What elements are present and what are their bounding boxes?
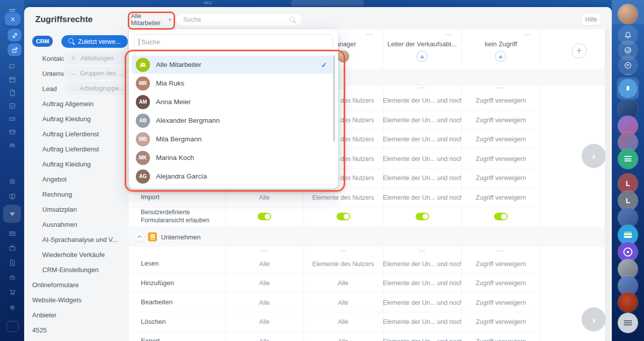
menu-item[interactable]: Website-Widgets: [24, 292, 129, 307]
permission-value[interactable]: Zugriff verweigern: [476, 194, 526, 202]
column-menu-icon[interactable]: •••: [524, 32, 531, 37]
permission-value[interactable]: Elemente der Un... und noch 2: [383, 318, 461, 326]
whiteboard-icon[interactable]: [6, 190, 19, 203]
contact-card-icon[interactable]: [6, 227, 19, 240]
list-item-employee[interactable]: MB Mila Bergmann: [129, 130, 338, 148]
tasks-icon[interactable]: [6, 99, 19, 112]
menu-item[interactable]: Rechnung: [24, 187, 129, 202]
chat-avatar[interactable]: [618, 292, 638, 312]
list-item-employee[interactable]: AG Alejandra García: [129, 167, 338, 186]
permission-value[interactable]: Zugriff verweigern: [476, 136, 526, 143]
permission-value[interactable]: Elemente des Nutzers: [312, 194, 374, 202]
vertical-scrollbar[interactable]: [605, 29, 610, 341]
toggle-on[interactable]: [494, 213, 508, 220]
dropdown-search-input[interactable]: [140, 38, 328, 46]
permission-value[interactable]: Alle: [259, 299, 270, 307]
permission-value[interactable]: Elemente der Un... und noch 2: [383, 117, 461, 124]
column-dots-icon[interactable]: •••: [303, 248, 383, 253]
open-in-new-button[interactable]: [8, 43, 22, 56]
mail-icon[interactable]: [6, 125, 19, 138]
column-header-no-access[interactable]: kein Zugriff: [461, 40, 540, 48]
menu-item[interactable]: 4525: [24, 322, 129, 337]
next-page-chevron[interactable]: ›: [582, 144, 606, 168]
add-member-button[interactable]: +: [417, 51, 428, 62]
permission-value[interactable]: Alle: [259, 338, 270, 341]
menu-item[interactable]: Wiederholte Verkäufe: [24, 247, 129, 262]
column-menu-icon[interactable]: •••: [445, 32, 452, 37]
menu-item[interactable]: Auftrag Kleidung: [24, 156, 129, 172]
column-dots-icon[interactable]: •••: [225, 248, 303, 253]
link-button[interactable]: [8, 29, 22, 42]
collapse-chevron-icon[interactable]: [135, 232, 144, 241]
permission-value[interactable]: Elemente der Un... und noch 2: [383, 338, 461, 341]
chat-icon[interactable]: [6, 60, 19, 73]
permission-value[interactable]: Elemente der Un... und noch 2: [383, 175, 461, 182]
list-item-employee[interactable]: AM Anna Meier: [129, 93, 338, 111]
help-button[interactable]: Hilfe: [582, 14, 601, 25]
rail-menu-button[interactable]: [618, 313, 638, 333]
permission-value[interactable]: Elemente der Un... und noch 2: [383, 194, 461, 202]
bookmark-button-active[interactable]: [617, 77, 639, 100]
recently-used-button[interactable]: Zuletzt verwe...: [61, 35, 128, 48]
list-item-employee[interactable]: AB Alexander Bergmann: [129, 111, 338, 130]
permission-value[interactable]: Elemente der Un... und noch 2: [383, 155, 461, 163]
menu-item[interactable]: Onlineformulare: [24, 277, 129, 292]
chat-avatar-news[interactable]: [618, 149, 638, 169]
column-dots-icon[interactable]: •••: [383, 248, 461, 253]
menu-item[interactable]: Ausnahmen: [24, 217, 129, 232]
next-page-chevron[interactable]: ›: [582, 307, 606, 331]
permission-value[interactable]: Zugriff verweigern: [476, 155, 526, 163]
permission-value[interactable]: Zugriff verweigern: [476, 97, 526, 105]
permission-value[interactable]: Elemente der Un... und noch 2: [383, 136, 461, 143]
menu-item[interactable]: Angebot: [24, 172, 129, 187]
menu-item[interactable]: Auftrag Kleidung: [24, 111, 129, 126]
permission-value[interactable]: Zugriff verweigern: [476, 117, 526, 124]
menu-item[interactable]: Auftrag Allgemein: [24, 96, 129, 111]
briefcase-icon[interactable]: [6, 241, 19, 254]
column-dots-icon[interactable]: •••: [383, 86, 461, 91]
toggle-on[interactable]: [416, 213, 429, 220]
permission-value[interactable]: Zugriff verweigern: [476, 261, 526, 268]
permission-value[interactable]: Alle: [338, 299, 349, 307]
automation-icon[interactable]: [6, 175, 19, 188]
scope-selector-button[interactable]: Alle Mitarbeiter ▾: [131, 14, 171, 25]
manager-avatar[interactable]: [337, 50, 349, 62]
more-apps-icon[interactable]: [7, 321, 19, 332]
menu-item[interactable]: CRM-Einstellungen: [24, 262, 129, 277]
toggle-on[interactable]: [337, 213, 350, 220]
permission-value[interactable]: Zugriff verweigern: [476, 318, 526, 326]
column-menu-icon[interactable]: •••: [366, 32, 373, 37]
settings-gear-icon[interactable]: [6, 301, 19, 314]
menu-item[interactable]: AI-Sprachanalyse und V...: [24, 232, 129, 247]
menu-item[interactable]: Umsatzplan: [24, 202, 129, 217]
header-search-input[interactable]: [182, 16, 289, 24]
permission-value[interactable]: Alle: [259, 194, 270, 202]
permission-value[interactable]: Alle: [259, 261, 270, 268]
permission-value[interactable]: Alle: [338, 318, 349, 326]
drive-icon[interactable]: [6, 112, 19, 125]
permission-value[interactable]: Alle: [338, 338, 349, 341]
close-button[interactable]: [5, 13, 21, 26]
menu-item[interactable]: Auftrag Lieferdienst: [24, 141, 129, 156]
dropdown-search[interactable]: [134, 34, 333, 49]
ai-robot-icon[interactable]: [6, 271, 19, 284]
employees-icon[interactable]: [6, 138, 19, 151]
add-role-button[interactable]: +: [572, 43, 587, 58]
permission-value[interactable]: Zugriff verweigern: [476, 280, 526, 287]
dropdown-scrollbar[interactable]: [333, 55, 335, 142]
list-item-employee[interactable]: MK Marina Koch: [129, 148, 338, 167]
permission-value[interactable]: Elemente der Un... und noch 2: [383, 261, 461, 268]
list-item-all-employees[interactable]: Alle Mitarbeiter ✓: [132, 55, 335, 74]
permission-value[interactable]: Zugriff verweigern: [476, 175, 526, 182]
permission-value[interactable]: Zugriff verweigern: [476, 338, 526, 341]
permission-value[interactable]: Zugriff verweigern: [476, 299, 526, 307]
permission-value[interactable]: Elemente der Un... und noch 2: [383, 299, 461, 307]
column-header-sales-lead[interactable]: Leiter der Verkaufsabt...: [383, 40, 461, 48]
filter-icon-active[interactable]: [3, 205, 21, 223]
header-search[interactable]: [176, 13, 302, 26]
permission-value[interactable]: Elemente der Un... und noch 2: [383, 97, 461, 105]
menu-item[interactable]: Auftrag Lieferdienst: [24, 126, 129, 141]
column-dots-icon[interactable]: •••: [461, 86, 540, 91]
permission-value[interactable]: Alle: [338, 280, 349, 287]
sign-document-icon[interactable]: [6, 256, 19, 269]
